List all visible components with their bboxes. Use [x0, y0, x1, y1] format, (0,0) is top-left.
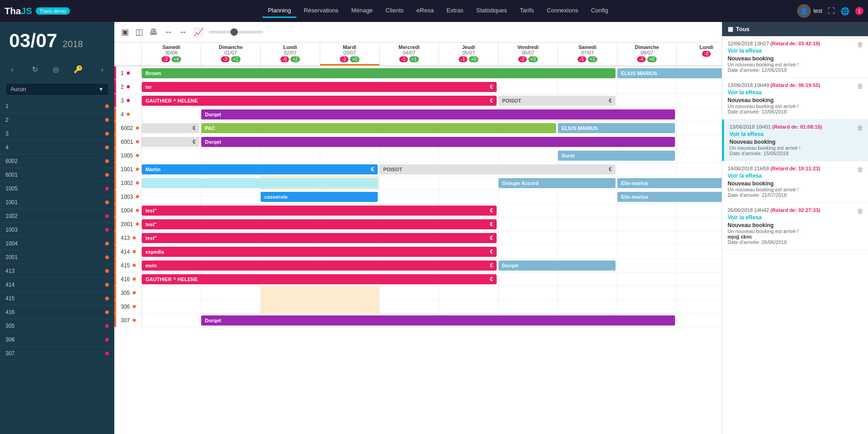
day-cell[interactable]: [439, 300, 498, 314]
day-cell[interactable]: [677, 121, 722, 135]
zoom-thumb[interactable]: [230, 28, 238, 36]
globe-icon[interactable]: 🌐: [841, 7, 850, 16]
day-cell[interactable]: [617, 231, 677, 245]
notif-link[interactable]: Voir la eResa: [729, 131, 863, 137]
day-cell[interactable]: [558, 80, 617, 94]
notif-delete-btn[interactable]: 🗑: [857, 82, 863, 90]
booking-bar[interactable]: PAC: [201, 123, 556, 133]
booking-bar[interactable]: Dorqet: [201, 109, 675, 119]
day-cell[interactable]: [558, 231, 617, 245]
day-cell[interactable]: [498, 286, 558, 300]
notif-link[interactable]: Voir la eResa: [728, 48, 863, 54]
booking-bar[interactable]: ELIUS MARIUS: [558, 123, 675, 133]
day-cell[interactable]: [677, 135, 722, 149]
day-cell[interactable]: [617, 272, 677, 286]
day-cell[interactable]: [677, 204, 722, 217]
notif-link[interactable]: Voir la eResa: [728, 89, 863, 96]
day-cell[interactable]: [201, 286, 261, 300]
notif-link[interactable]: Voir la eResa: [728, 173, 863, 179]
day-cell[interactable]: [558, 204, 617, 217]
notif-delete-btn[interactable]: 🗑: [857, 124, 863, 131]
day-cell[interactable]: [439, 286, 498, 300]
day-cell[interactable]: [380, 176, 439, 190]
booking-bar[interactable]: test"€: [142, 233, 497, 243]
scroll-right-btn[interactable]: ↔: [177, 26, 188, 38]
nav-clients[interactable]: Clients: [380, 4, 409, 18]
day-cell[interactable]: [617, 217, 677, 231]
day-cell[interactable]: [498, 272, 558, 286]
day-cell[interactable]: [677, 108, 722, 121]
print-btn[interactable]: 🖶: [148, 26, 159, 38]
day-cell[interactable]: [677, 245, 722, 259]
logo-area[interactable]: ThaJS Thaïs-démo: [5, 6, 70, 16]
scroll-left-btn[interactable]: ↔: [163, 26, 174, 38]
location-icon[interactable]: ◎: [49, 63, 63, 76]
day-cell[interactable]: [558, 272, 617, 286]
day-cell[interactable]: [677, 259, 722, 272]
booking-bar[interactable]: ewin€: [142, 260, 497, 271]
copy-btn[interactable]: ▣: [120, 26, 130, 38]
nav-tarifs[interactable]: Tarifs: [514, 4, 539, 18]
filter-dropdown[interactable]: Aucun ▼: [5, 83, 109, 96]
day-cell[interactable]: [677, 300, 722, 314]
booking-bar[interactable]: ter€: [142, 82, 497, 92]
notif-delete-btn[interactable]: 🗑: [857, 166, 863, 173]
nav-statistiques[interactable]: Statistiques: [471, 4, 512, 18]
booking-bar[interactable]: €: [142, 123, 199, 133]
add-btn[interactable]: ◫: [134, 26, 145, 38]
booking-bar-right[interactable]: POISOT€: [498, 96, 616, 106]
notification-badge[interactable]: 1: [855, 7, 863, 15]
expand-icon[interactable]: ⛶: [828, 7, 835, 15]
day-cell[interactable]: [380, 286, 439, 300]
day-cell[interactable]: [380, 300, 439, 314]
day-cell[interactable]: [558, 190, 617, 204]
day-cell[interactable]: [261, 149, 320, 163]
nav-reservations[interactable]: Réservations: [298, 4, 344, 18]
day-cell[interactable]: [617, 163, 677, 176]
booking-bar[interactable]: Elie-marius: [617, 192, 722, 202]
day-cell[interactable]: [380, 190, 439, 204]
day-cell[interactable]: [261, 300, 320, 314]
day-cell[interactable]: [677, 272, 722, 286]
day-cell[interactable]: [498, 217, 558, 231]
day-cell[interactable]: [439, 190, 498, 204]
day-cell[interactable]: [498, 149, 558, 163]
day-cell[interactable]: [677, 314, 722, 327]
day-cell[interactable]: [498, 190, 558, 204]
booking-bar[interactable]: GAUTHIER ^ HELENE€: [142, 274, 497, 284]
day-cell[interactable]: [677, 163, 722, 176]
day-cell[interactable]: [142, 149, 201, 163]
day-cell[interactable]: [142, 314, 201, 327]
next-btn[interactable]: ›: [97, 64, 107, 76]
booking-bar[interactable]: expedia€: [142, 247, 497, 257]
booking-bar[interactable]: POISOT€: [380, 164, 616, 174]
prev-btn[interactable]: ‹: [7, 64, 17, 76]
day-cell[interactable]: [617, 94, 677, 108]
day-cell[interactable]: [677, 217, 722, 231]
day-cell[interactable]: [677, 149, 722, 163]
booking-bar[interactable]: [142, 178, 378, 188]
day-cell[interactable]: [498, 204, 558, 217]
day-cell[interactable]: [498, 80, 558, 94]
day-cell[interactable]: [617, 286, 677, 300]
day-cell[interactable]: [558, 217, 617, 231]
day-cell[interactable]: [677, 94, 722, 108]
booking-bar-right[interactable]: ELIUS MARIUS: [617, 68, 722, 78]
day-cell[interactable]: [142, 190, 201, 204]
day-cell[interactable]: [439, 176, 498, 190]
booking-bar[interactable]: GAUTHIER ^ HELENE€: [142, 96, 497, 106]
day-cell[interactable]: [320, 286, 380, 300]
day-cell[interactable]: [142, 108, 201, 121]
notif-link[interactable]: Voir la eResa: [728, 214, 863, 221]
day-cell[interactable]: [558, 300, 617, 314]
day-cell[interactable]: [617, 204, 677, 217]
booking-bar[interactable]: Brown: [142, 68, 616, 78]
notif-delete-btn[interactable]: 🗑: [857, 41, 863, 48]
key-icon[interactable]: 🔑: [70, 63, 86, 76]
day-cell[interactable]: [617, 245, 677, 259]
zoom-slider[interactable]: [209, 31, 263, 33]
day-cell[interactable]: [439, 149, 498, 163]
booking-bar[interactable]: Dorqet: [201, 137, 675, 147]
day-cell[interactable]: [617, 80, 677, 94]
day-cell[interactable]: [320, 149, 380, 163]
